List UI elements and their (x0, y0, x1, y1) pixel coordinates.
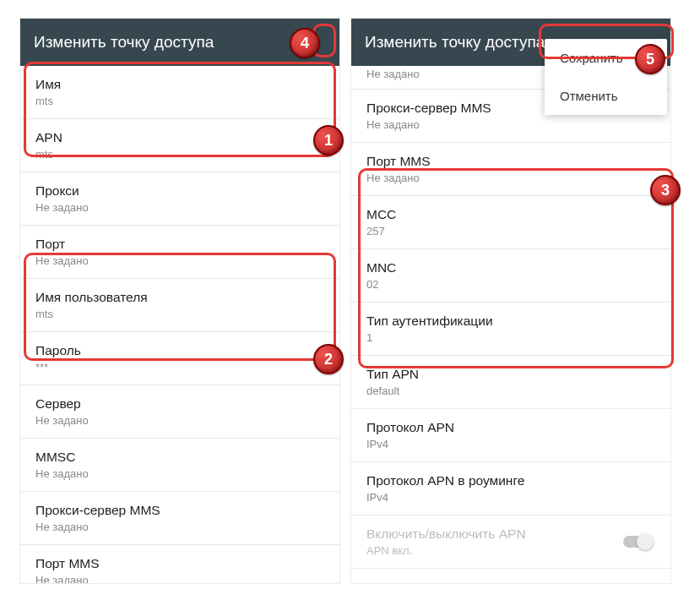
row-value: Не задано (35, 414, 324, 427)
row-mms-port[interactable]: Порт MMS Не задано (20, 545, 339, 583)
row-auth-type[interactable]: Тип аутентификации 1 (351, 303, 670, 356)
row-label: Порт MMS (366, 154, 655, 169)
row-label: Прокси-сервер MMS (35, 503, 324, 518)
header-title: Изменить точку доступа (34, 33, 306, 52)
row-label: Тип APN (366, 367, 655, 382)
menu-cancel[interactable]: Отменить (545, 77, 667, 115)
row-label: Прокси (35, 183, 324, 199)
row-mms-proxy[interactable]: Прокси-сервер MMS Не задано (20, 492, 339, 545)
row-value: IPv4 (366, 438, 655, 450)
phone-left: Изменить точку доступа Имя mts APN mts П… (20, 19, 339, 583)
row-value: default (366, 385, 655, 397)
row-value: Не задано (35, 574, 324, 583)
row-label: Тип аутентификации (366, 314, 655, 329)
row-proxy[interactable]: Прокси Не задано (20, 172, 339, 226)
badge-2: 2 (313, 344, 344, 374)
row-server[interactable]: Сервер Не задано (20, 385, 339, 439)
row-value: 1 (366, 331, 655, 344)
badge-1: 1 (313, 125, 344, 155)
row-label: Имя пользователя (35, 290, 324, 305)
row-label: Порт (35, 237, 324, 252)
row-apn-roaming-protocol[interactable]: Протокол APN в роуминге IPv4 (351, 462, 670, 515)
badge-3: 3 (650, 175, 681, 205)
row-value: Не задано (366, 118, 655, 131)
row-value: mts (35, 308, 324, 320)
row-label: Сервер (35, 396, 324, 412)
row-bearer[interactable]: Канал Не указано (351, 569, 670, 583)
row-label: MCC (366, 207, 655, 222)
settings-list-left: Имя mts APN mts Прокси Не задано Порт Не… (20, 66, 339, 583)
row-apn-protocol[interactable]: Протокол APN IPv4 (351, 409, 670, 462)
row-value: Не задано (35, 521, 324, 533)
row-password[interactable]: Пароль *** (20, 332, 339, 385)
row-port[interactable]: Порт Не задано (20, 226, 339, 279)
row-value: Не задано (366, 172, 655, 184)
row-value: mts (35, 148, 324, 161)
settings-list-right: Не задано Прокси-сервер MMS Не задано По… (351, 66, 670, 583)
row-apn-type[interactable]: Тип APN default (351, 356, 670, 409)
row-value: Не задано (35, 201, 324, 214)
toggle-switch (623, 536, 652, 548)
row-value: APN вкл. (366, 544, 526, 557)
row-label: Порт MMS (35, 556, 324, 571)
row-value: IPv4 (366, 491, 655, 504)
row-label: Протокол APN в роуминге (366, 473, 655, 488)
row-name[interactable]: Имя mts (20, 66, 339, 119)
row-apn[interactable]: APN mts (20, 119, 339, 172)
row-mcc[interactable]: MCC 257 (351, 196, 670, 249)
row-value: 02 (366, 278, 655, 291)
row-label: Протокол APN (366, 420, 655, 435)
row-label: APN (35, 130, 324, 145)
row-value: *** (35, 361, 324, 374)
row-mnc[interactable]: MNC 02 (351, 249, 670, 303)
row-value: Не задано (35, 467, 324, 480)
badge-4: 4 (290, 28, 320, 58)
row-value: Не задано (35, 254, 324, 267)
row-label: Включить/выключить APN (366, 526, 526, 542)
row-label: Пароль (35, 343, 324, 358)
badge-5: 5 (635, 44, 665, 74)
row-value: 257 (366, 225, 655, 237)
row-apn-enable: Включить/выключить APN APN вкл. (351, 515, 670, 569)
row-label: MNC (366, 260, 655, 275)
row-label: MMSC (35, 450, 324, 465)
row-mms-port[interactable]: Порт MMS Не задано (351, 143, 670, 196)
row-value: mts (35, 95, 324, 107)
row-label: Имя (35, 77, 324, 92)
phone-right: Изменить точку доступа Не задано Прокси-… (351, 19, 670, 583)
row-mmsc[interactable]: MMSC Не задано (20, 439, 339, 492)
row-label: Канал (366, 580, 655, 583)
row-username[interactable]: Имя пользователя mts (20, 279, 339, 332)
